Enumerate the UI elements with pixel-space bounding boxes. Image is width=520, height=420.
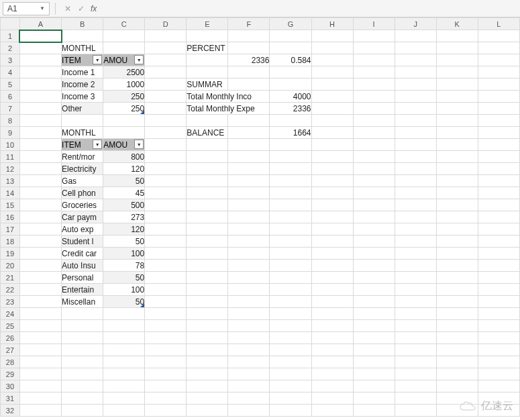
cell-B27[interactable] — [62, 344, 103, 356]
cell-I7[interactable] — [353, 103, 395, 115]
cell-B29[interactable] — [62, 368, 103, 380]
cell-G31[interactable] — [270, 392, 311, 405]
cell-B25[interactable] — [62, 320, 103, 332]
cell-E31[interactable] — [187, 392, 228, 405]
cell-A8[interactable] — [19, 115, 61, 127]
cell-I17[interactable] — [353, 223, 395, 235]
cell-A17[interactable] — [19, 223, 61, 235]
row-header-1[interactable]: 1 — [1, 30, 20, 42]
cell-I16[interactable] — [353, 211, 395, 223]
cell-C31[interactable] — [103, 392, 145, 405]
cell-G24[interactable] — [270, 308, 311, 320]
cell-C22[interactable]: 100 — [103, 284, 145, 296]
cell-E12[interactable] — [187, 163, 228, 175]
cell-E5[interactable]: SUMMAR — [187, 78, 228, 91]
row-header-4[interactable]: 4 — [1, 66, 20, 78]
cell-B7[interactable]: Other — [62, 103, 103, 115]
row-header-5[interactable]: 5 — [1, 78, 20, 91]
cell-B2[interactable]: MONTHL — [62, 42, 103, 54]
cell-B12[interactable]: Electricity — [62, 163, 103, 175]
cell-J14[interactable] — [395, 187, 436, 199]
cell-H14[interactable] — [311, 187, 353, 199]
cell-I24[interactable] — [353, 308, 395, 320]
cell-F4[interactable] — [228, 66, 270, 78]
cell-H4[interactable] — [311, 66, 353, 78]
cell-G25[interactable] — [270, 320, 311, 332]
cell-E2[interactable]: PERCENT — [187, 42, 228, 54]
cell-I31[interactable] — [353, 392, 395, 405]
cell-B23[interactable]: Miscellan — [62, 296, 103, 308]
column-header-K[interactable]: K — [436, 18, 478, 30]
row-header-28[interactable]: 28 — [1, 356, 20, 368]
cell-L26[interactable] — [478, 332, 519, 344]
cell-I20[interactable] — [353, 260, 395, 272]
cell-A24[interactable] — [19, 308, 61, 320]
cell-E4[interactable] — [187, 66, 228, 78]
cell-A1[interactable] — [19, 30, 61, 42]
filter-dropdown-button[interactable]: ▼ — [93, 55, 102, 64]
cell-B8[interactable] — [62, 115, 103, 127]
cell-I21[interactable] — [353, 272, 395, 284]
cell-C25[interactable] — [103, 320, 145, 332]
cell-I4[interactable] — [353, 66, 395, 78]
cell-L9[interactable] — [478, 127, 519, 139]
cell-C29[interactable] — [103, 368, 145, 380]
cell-G4[interactable] — [270, 66, 311, 78]
cell-G8[interactable] — [270, 115, 311, 127]
cell-A14[interactable] — [19, 187, 61, 199]
row-header-7[interactable]: 7 — [1, 103, 20, 115]
cell-D22[interactable] — [145, 284, 187, 296]
cell-E32[interactable] — [187, 405, 228, 417]
cell-K8[interactable] — [436, 115, 478, 127]
cell-A18[interactable] — [19, 235, 61, 248]
cell-I10[interactable] — [353, 139, 395, 151]
cell-A23[interactable] — [19, 296, 61, 308]
cell-K26[interactable] — [436, 332, 478, 344]
row-header-21[interactable]: 21 — [1, 272, 20, 284]
cell-J17[interactable] — [395, 223, 436, 235]
cell-F14[interactable] — [228, 187, 270, 199]
cell-L15[interactable] — [478, 199, 519, 211]
filter-dropdown-button[interactable]: ▼ — [134, 55, 144, 64]
cell-F12[interactable] — [228, 163, 270, 175]
cell-G13[interactable] — [270, 175, 311, 187]
cell-A10[interactable] — [19, 139, 61, 151]
cell-F2[interactable] — [228, 42, 270, 54]
cell-H6[interactable] — [311, 91, 353, 103]
cell-I25[interactable] — [353, 320, 395, 332]
cell-I11[interactable] — [353, 151, 395, 163]
column-header-F[interactable]: F — [228, 18, 270, 30]
cell-J2[interactable] — [395, 42, 436, 54]
cell-D15[interactable] — [145, 199, 187, 211]
cell-A20[interactable] — [19, 260, 61, 272]
cell-J31[interactable] — [395, 392, 436, 405]
cell-I3[interactable] — [353, 54, 395, 66]
cell-E16[interactable] — [187, 211, 228, 223]
cell-J20[interactable] — [395, 260, 436, 272]
cell-B3[interactable]: ITEM▼ — [62, 54, 103, 66]
cell-I28[interactable] — [353, 356, 395, 368]
cell-E18[interactable] — [187, 235, 228, 248]
cell-C11[interactable]: 800 — [103, 151, 145, 163]
cell-L18[interactable] — [478, 235, 519, 248]
cell-L20[interactable] — [478, 260, 519, 272]
cell-K19[interactable] — [436, 248, 478, 260]
cell-J10[interactable] — [395, 139, 436, 151]
cell-K14[interactable] — [436, 187, 478, 199]
cell-I12[interactable] — [353, 163, 395, 175]
cell-A30[interactable] — [19, 380, 61, 392]
cell-F31[interactable] — [228, 392, 270, 405]
cell-I13[interactable] — [353, 175, 395, 187]
name-box[interactable]: A1 ▼ — [3, 2, 50, 15]
cell-H11[interactable] — [311, 151, 353, 163]
cell-A27[interactable] — [19, 344, 61, 356]
cell-K9[interactable] — [436, 127, 478, 139]
cell-L23[interactable] — [478, 296, 519, 308]
cell-K25[interactable] — [436, 320, 478, 332]
row-header-22[interactable]: 22 — [1, 284, 20, 296]
cell-C20[interactable]: 78 — [103, 260, 145, 272]
cell-J30[interactable] — [395, 380, 436, 392]
cell-F19[interactable] — [228, 248, 270, 260]
cell-A4[interactable] — [19, 66, 61, 78]
cell-B15[interactable]: Groceries — [62, 199, 103, 211]
